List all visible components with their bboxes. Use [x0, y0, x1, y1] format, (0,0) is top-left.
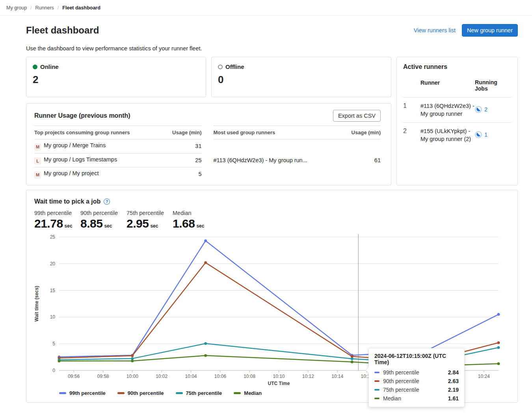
tooltip-row: 99th percentile 2.84 — [374, 368, 459, 377]
tooltip-series-value: 2.84 — [448, 369, 459, 376]
status-running-icon — [475, 131, 482, 138]
status-cards-row: Online 2 Offline 0 — [26, 57, 391, 97]
chart-data-point — [58, 359, 61, 362]
x-axis-tick-label: 10:06 — [214, 374, 226, 379]
y-axis-tick-label: 20 — [50, 261, 56, 267]
legend-label: 90th percentile — [128, 390, 164, 396]
x-axis-tick-label: 10:08 — [244, 374, 255, 379]
legend-item-99th[interactable]: 99th percentile — [59, 390, 106, 396]
y-axis-tick-label: 5 — [52, 341, 55, 346]
legend-marker — [234, 392, 241, 394]
help-icon[interactable]: ? — [104, 198, 110, 205]
runner-usage-title: Runner Usage (previous month) — [34, 112, 130, 119]
breadcrumb-item-runners[interactable]: Runners — [35, 5, 54, 11]
wait-time-chart-panel: Wait time to pick a job ? 99th percentil… — [26, 190, 518, 403]
tooltip-series-value: 1.61 — [448, 395, 459, 402]
table-row: MMy group / My project 5 — [34, 167, 202, 181]
x-axis-tick-label: 09:56 — [68, 374, 80, 379]
page-header: Fleet dashboard View runners list New gr… — [26, 24, 518, 37]
legend-label: 99th percentile — [69, 390, 106, 396]
x-axis-tick-label: 10:02 — [156, 374, 167, 379]
most-used-runners-table: Most used group runners Usage (min) #113… — [214, 126, 381, 181]
online-count: 2 — [33, 74, 199, 86]
project-avatar: M — [34, 144, 41, 150]
page-description: Use the dashboard to view performance st… — [26, 45, 518, 52]
series-marker — [374, 398, 379, 399]
stat-75th-percentile: 75th percentile 2.95sec — [126, 210, 166, 230]
project-avatar: L — [34, 157, 41, 164]
tooltip-row: Median 1.61 — [374, 394, 459, 403]
stat-unit: sec — [196, 223, 204, 229]
runner-link[interactable]: #155 (ULkKYpkpt) - My group runner (2) — [420, 128, 471, 142]
project-avatar: M — [34, 172, 41, 178]
active-runners-table: Runner Running Jobs 1 #113 (6QHdzW2e3) -… — [403, 76, 511, 148]
breadcrumb-item-my-group[interactable]: My group — [6, 5, 27, 11]
stat-value: 21.78 — [34, 217, 63, 230]
series-marker — [374, 380, 379, 382]
breadcrumb-current: Fleet dashboard — [62, 5, 100, 11]
online-status-card: Online 2 — [26, 57, 206, 97]
chart-data-point — [351, 357, 353, 360]
project-link[interactable]: My group / My project — [44, 170, 99, 176]
stat-90th-percentile: 90th percentile 8.85sec — [80, 210, 119, 230]
project-link[interactable]: My group / Merge Trains — [44, 142, 106, 148]
chart-series-line — [59, 241, 499, 357]
stat-value: 2.95 — [126, 217, 149, 230]
chart-title: Wait time to pick a job — [34, 198, 100, 205]
tooltip-series-name: Median — [383, 395, 401, 402]
page-title: Fleet dashboard — [26, 25, 99, 36]
series-marker — [374, 389, 379, 391]
offline-status-card: Offline 0 — [211, 57, 391, 97]
stat-99th-percentile: 99th percentile 21.78sec — [34, 210, 73, 230]
series-marker — [374, 372, 379, 373]
running-jobs-count: 2 — [484, 106, 487, 113]
chart-data-point — [204, 239, 207, 242]
runner-link[interactable]: #113 (6QHdzW2e3) - My group run... — [214, 157, 307, 163]
running-jobs-count: 1 — [484, 131, 487, 138]
runner-rank: 2 — [403, 123, 420, 148]
tooltip-series-value: 2.19 — [448, 387, 459, 393]
running-jobs-link[interactable]: 2 — [475, 106, 487, 113]
tooltip-row: 75th percentile 2.19 — [374, 385, 459, 394]
chart-stats-row: 99th percentile 21.78sec 90th percentile… — [34, 210, 510, 230]
chart-data-point — [497, 313, 500, 316]
table-row: 2 #155 (ULkKYpkpt) - My group runner (2)… — [403, 123, 511, 148]
legend-marker — [117, 392, 125, 394]
table-row: 1 #113 (6QHdzW2e3) - My group runner 2 — [403, 98, 511, 123]
project-link[interactable]: My group / Logs Timestamps — [44, 156, 117, 163]
wait-time-line-chart[interactable]: 051015202509:5609:5810:0010:0210:0410:06… — [34, 232, 510, 389]
tooltip-series-name: 90th percentile — [383, 378, 419, 384]
x-axis-tick-label: 10:04 — [185, 374, 197, 379]
view-runners-list-link[interactable]: View runners list — [414, 27, 456, 33]
running-jobs-link[interactable]: 1 — [475, 131, 487, 138]
usage-minutes: 61 — [341, 139, 381, 181]
column-header: Usage (min) — [162, 126, 202, 139]
legend-item-90th[interactable]: 90th percentile — [117, 390, 164, 396]
usage-minutes: 25 — [162, 153, 202, 167]
column-header: Most used group runners — [214, 126, 341, 139]
x-axis-tick-label: 10:00 — [126, 374, 138, 379]
runner-link[interactable]: #113 (6QHdzW2e3) - My group runner — [420, 103, 474, 117]
stat-unit: sec — [150, 223, 158, 229]
chart-data-point — [497, 346, 500, 349]
breadcrumb-separator: / — [30, 5, 32, 11]
legend-item-75th[interactable]: 75th percentile — [176, 390, 222, 396]
offline-count: 0 — [218, 74, 385, 86]
new-group-runner-button[interactable]: New group runner — [462, 24, 518, 37]
offline-status-icon — [218, 65, 223, 69]
legend-marker — [176, 392, 183, 394]
stat-value: 1.68 — [173, 217, 195, 230]
active-runners-title: Active runners — [403, 63, 511, 70]
stat-label: Median — [173, 210, 212, 216]
chart-series-line — [59, 263, 499, 362]
x-axis-tick-label: 10:14 — [331, 374, 343, 379]
chart-data-point — [204, 261, 207, 264]
column-header-jobs: Running Jobs — [475, 76, 511, 98]
stat-value: 8.85 — [80, 217, 102, 230]
runner-rank: 1 — [403, 98, 420, 123]
tooltip-title: 2024-06-12T10:15:00Z (UTC Time) — [374, 353, 459, 365]
export-csv-button[interactable]: Export as CSV — [333, 110, 381, 122]
y-axis-tick-label: 25 — [50, 234, 56, 240]
legend-item-median[interactable]: Median — [234, 390, 262, 396]
online-label: Online — [40, 63, 59, 70]
